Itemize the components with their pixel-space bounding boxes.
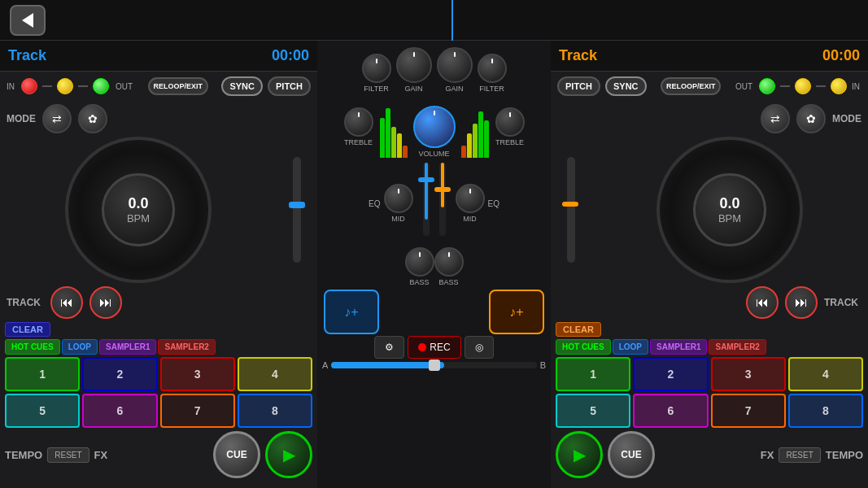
right-turntable-inner: 0.0 BPM (693, 173, 766, 246)
right-prev-track-button[interactable]: ⏮ (746, 286, 779, 319)
left-cue-button[interactable]: CUE (213, 431, 260, 478)
left-pad-8[interactable]: 8 (238, 394, 312, 428)
left-clear-button[interactable]: CLEAR (5, 322, 50, 337)
left-next-track-button[interactable]: ⏭ (89, 286, 122, 319)
left-add-track-button[interactable]: ♪+ (324, 290, 379, 334)
right-vu-bar-1 (461, 146, 466, 158)
left-tab-loop[interactable]: LOOP (62, 339, 98, 355)
left-in-led[interactable] (21, 78, 37, 94)
right-pitch-button[interactable]: PITCH (557, 76, 600, 96)
right-clear-row: CLEAR (556, 322, 863, 337)
right-cue-button[interactable]: CUE (608, 431, 655, 478)
left-channel-fader[interactable] (423, 163, 430, 236)
right-pad-2[interactable]: 2 (633, 357, 708, 391)
mixer-volume-knob[interactable] (413, 106, 456, 148)
left-turntable[interactable]: 0.0 BPM (65, 137, 212, 283)
left-play-button[interactable]: ▶ (265, 431, 312, 478)
right-reloop-button[interactable]: RELOOP/EXIT (661, 77, 722, 95)
left-pad-6[interactable]: 6 (82, 394, 157, 428)
right-in-led[interactable] (831, 78, 847, 94)
right-add-track-button[interactable]: ♪+ (489, 290, 544, 334)
right-vu-bar-5 (484, 120, 489, 158)
mixer-treble-left-knob[interactable] (344, 107, 373, 137)
right-pad-5[interactable]: 5 (556, 394, 630, 428)
mixer-treble-right-knob[interactable] (495, 107, 525, 137)
mixer-mid-left-knob[interactable] (384, 184, 413, 213)
left-tab-hotcues[interactable]: HOT CUES (5, 339, 60, 355)
right-sync-button[interactable]: SYNC (605, 76, 647, 96)
right-clear-button[interactable]: CLEAR (556, 322, 601, 337)
left-pad-3[interactable]: 3 (160, 357, 235, 391)
right-track-section: ⏮ ⏭ TRACK (551, 283, 868, 322)
right-out-label: OUT (735, 82, 752, 91)
right-pad-3[interactable]: 3 (711, 357, 786, 391)
mixer-adjust-button[interactable]: ⚙ (374, 336, 404, 359)
crossfader-track[interactable] (331, 362, 536, 368)
right-tab-loop[interactable]: LOOP (613, 339, 648, 355)
right-turntable[interactable]: 0.0 BPM (656, 137, 803, 283)
left-out-led[interactable] (57, 78, 73, 94)
right-pitch-slider[interactable] (567, 157, 575, 263)
mixer-filter-left-knob[interactable] (362, 54, 391, 83)
main-layout: Track 00:00 IN OUT RELOOP/EXIT SYNC PITC… (0, 41, 868, 488)
left-vu-bar-2 (386, 108, 390, 158)
left-pad-2[interactable]: 2 (82, 357, 157, 391)
right-tab-sampler1[interactable]: SAMPLER1 (650, 339, 707, 355)
left-prev-track-button[interactable]: ⏮ (50, 286, 83, 319)
left-pad-4[interactable]: 4 (238, 357, 312, 391)
mixer-gain-left-knob[interactable] (396, 47, 432, 83)
right-out-led[interactable] (795, 78, 811, 94)
target-icon: ◎ (475, 342, 483, 353)
right-pitch-thumb (562, 202, 578, 207)
mixer-mid-right-knob[interactable] (456, 184, 485, 213)
right-fader-fill (441, 163, 444, 207)
left-vu-group (380, 96, 408, 158)
mixer-filter-right-knob[interactable] (478, 54, 507, 83)
mixer-gain-right-knob[interactable] (437, 47, 473, 83)
mixer-filter-right-group: FILTER (478, 54, 507, 93)
left-sync-button[interactable]: SYNC (221, 76, 263, 96)
left-pad-5[interactable]: 5 (5, 394, 80, 428)
mixer-mid-right-label: MID (463, 215, 477, 223)
left-pad-7[interactable]: 7 (160, 394, 235, 428)
left-tab-sampler2[interactable]: SAMPLER2 (158, 339, 215, 355)
right-tab-sampler2[interactable]: SAMPLER2 (709, 339, 765, 355)
right-play-button[interactable]: ▶ (556, 431, 603, 478)
left-clear-row: CLEAR (5, 322, 312, 337)
back-button[interactable] (10, 5, 46, 36)
mixer-treble-right-group: TREBLE (495, 107, 525, 146)
right-tab-hotcues[interactable]: HOT CUES (556, 339, 611, 355)
right-pad-4[interactable]: 4 (788, 357, 863, 391)
mixer-mid-right-group: MID (456, 184, 485, 223)
left-reset-button[interactable]: RESET (47, 447, 89, 463)
left-loop-led[interactable] (93, 78, 109, 94)
left-pad-grid: 1 2 3 4 5 6 7 8 (0, 357, 317, 428)
right-mode-btn-2[interactable]: ✿ (796, 104, 826, 133)
mixer-bass-left-knob[interactable] (405, 247, 434, 277)
left-pitch-slider[interactable] (293, 157, 301, 263)
left-reloop-button[interactable]: RELOOP/EXIT (148, 77, 209, 95)
right-pad-1[interactable]: 1 (556, 357, 630, 391)
mixer-rec-button[interactable]: REC (408, 336, 460, 359)
mixer-target-button[interactable]: ◎ (465, 336, 494, 359)
left-pad-1[interactable]: 1 (5, 357, 80, 391)
crossfader-b-label: B (540, 360, 546, 370)
right-channel-fader[interactable] (439, 163, 446, 236)
right-reset-button[interactable]: RESET (779, 447, 820, 463)
left-pitch-button[interactable]: PITCH (268, 76, 311, 96)
left-mode-btn-1[interactable]: ⇄ (42, 104, 72, 133)
mixer-faders (417, 163, 452, 244)
right-pad-6[interactable]: 6 (633, 394, 708, 428)
right-next-track-button[interactable]: ⏭ (785, 286, 818, 319)
right-pad-8[interactable]: 8 (788, 394, 863, 428)
left-track-section: TRACK ⏮ ⏭ (0, 283, 317, 322)
right-loop-led[interactable] (759, 78, 775, 94)
right-mode-btn-1[interactable]: ⇄ (761, 104, 790, 133)
left-mode-btn-2[interactable]: ✿ (78, 104, 107, 133)
right-deck-controls-row: IN OUT RELOOP/EXIT SYNC PITCH (551, 72, 868, 101)
left-mode-row: MODE ⇄ ✿ (0, 101, 317, 137)
mixer-treble-left-group: TREBLE (344, 107, 373, 146)
right-pad-7[interactable]: 7 (711, 394, 786, 428)
mixer-bass-right-knob[interactable] (434, 247, 464, 277)
left-tab-sampler1[interactable]: SAMPLER1 (99, 339, 156, 355)
